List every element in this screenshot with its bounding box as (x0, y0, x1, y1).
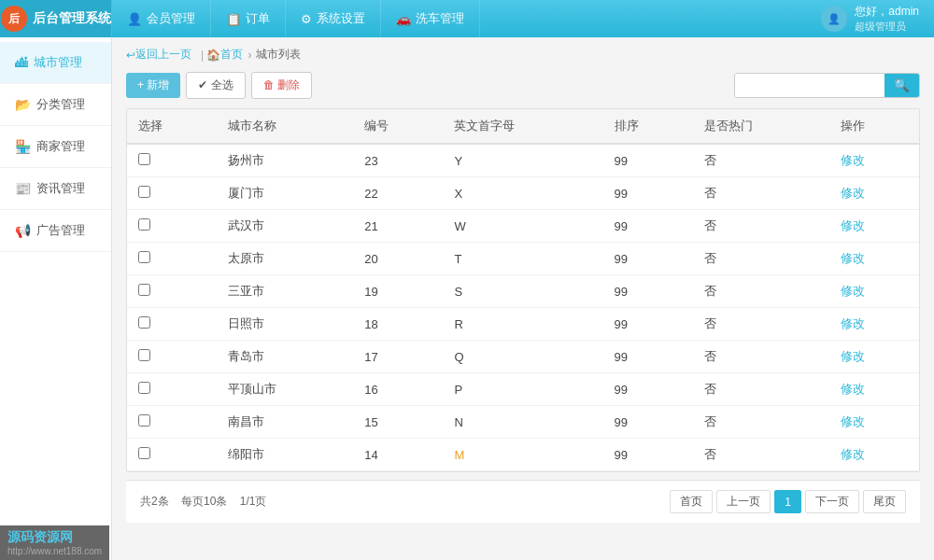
page-prev-button[interactable]: 上一页 (716, 490, 771, 513)
page-next-button[interactable]: 下一页 (805, 490, 859, 513)
search-button[interactable]: 🔍 (884, 74, 919, 97)
table-col-header: 选择 (127, 109, 217, 144)
row-code: 20 (353, 243, 443, 275)
merchant-sidebar-icon: 🏪 (15, 139, 31, 154)
row-checkbox-3[interactable] (138, 251, 150, 263)
row-order: 99 (603, 406, 693, 439)
row-code: 23 (353, 144, 443, 177)
row-checkbox-8[interactable] (138, 414, 150, 427)
row-checkbox-1[interactable] (138, 186, 150, 198)
modify-link-2[interactable]: 修改 (841, 218, 865, 232)
row-action: 修改 (829, 406, 919, 439)
order-label: 订单 (246, 10, 270, 27)
row-select-cell (127, 373, 217, 406)
row-action: 修改 (829, 373, 919, 406)
top-nav: 后 后台管理系统 👤会员管理📋订单⚙系统设置🚗洗车管理 👤 您好，admin 超… (0, 0, 934, 37)
page-info: 共2条 每页10条 1/1页 (140, 494, 276, 510)
row-order: 99 (603, 177, 693, 210)
content-area: ↩ 返回上一页 | 🏠 首页 › 城市列表 + 新增 ✔ 全选 🗑 删除 🔍 选… (112, 37, 934, 560)
category-sidebar-label: 分类管理 (36, 96, 85, 113)
row-select-cell (127, 439, 217, 471)
table-row: 南昌市15N99否修改 (127, 406, 919, 439)
table-col-header: 城市名称 (217, 109, 353, 144)
row-order: 99 (603, 373, 693, 406)
sidebar-item-merchant[interactable]: 🏪商家管理 (0, 126, 111, 168)
total-count: 共2条 (140, 495, 169, 508)
table-row: 三亚市19S99否修改 (127, 275, 919, 308)
sidebar-item-ads[interactable]: 📢广告管理 (0, 210, 111, 252)
row-action: 修改 (829, 275, 919, 308)
select-all-button[interactable]: ✔ 全选 (186, 72, 245, 99)
nav-item-carwash[interactable]: 🚗洗车管理 (381, 0, 480, 37)
modify-link-8[interactable]: 修改 (841, 414, 865, 428)
city-table: 选择城市名称编号英文首字母排序是否热门操作 扬州市23Y99否修改厦门市22X9… (126, 108, 920, 472)
modify-link-9[interactable]: 修改 (841, 447, 865, 461)
page-last-button[interactable]: 尾页 (863, 490, 906, 513)
add-button[interactable]: + 新增 (126, 73, 180, 98)
breadcrumb-sep2: › (248, 49, 251, 62)
row-city-name: 扬州市 (217, 144, 353, 177)
back-button[interactable]: ↩ 返回上一页 (126, 47, 191, 63)
carwash-icon: 🚗 (396, 12, 411, 26)
row-checkbox-5[interactable] (138, 316, 150, 329)
row-city-name: 平顶山市 (217, 373, 353, 406)
row-hot: 否 (693, 308, 829, 341)
modify-link-6[interactable]: 修改 (841, 349, 865, 363)
brand[interactable]: 后 后台管理系统 (0, 0, 112, 37)
row-city-name: 三亚市 (217, 275, 353, 308)
table-row: 太原市20T99否修改 (127, 243, 919, 275)
modify-link-1[interactable]: 修改 (841, 186, 865, 200)
sidebar-item-news[interactable]: 📰资讯管理 (0, 168, 111, 210)
toolbar: + 新增 ✔ 全选 🗑 删除 🔍 (126, 72, 920, 99)
sidebar-item-city[interactable]: 🏙城市管理 (0, 42, 111, 84)
row-hot: 否 (693, 406, 829, 439)
row-order: 99 (603, 144, 693, 177)
search-input[interactable] (735, 75, 884, 97)
modify-link-0[interactable]: 修改 (841, 153, 865, 167)
row-hot: 否 (693, 341, 829, 373)
modify-link-5[interactable]: 修改 (841, 316, 865, 330)
row-letter: Y (443, 144, 602, 177)
table-row: 青岛市17Q99否修改 (127, 341, 919, 373)
row-checkbox-7[interactable] (138, 382, 150, 394)
page-first-button[interactable]: 首页 (670, 490, 713, 513)
breadcrumb-sep1: | (201, 49, 204, 62)
nav-item-settings[interactable]: ⚙系统设置 (286, 0, 381, 37)
table-row: 平顶山市16P99否修改 (127, 373, 919, 406)
delete-button[interactable]: 🗑 删除 (251, 72, 312, 99)
row-action: 修改 (829, 144, 919, 177)
row-action: 修改 (829, 210, 919, 243)
page-current-button[interactable]: 1 (774, 490, 801, 513)
modify-link-3[interactable]: 修改 (841, 251, 865, 265)
settings-icon: ⚙ (301, 12, 312, 26)
row-checkbox-4[interactable] (138, 284, 150, 296)
table-row: 扬州市23Y99否修改 (127, 144, 919, 177)
row-hot: 否 (693, 243, 829, 275)
nav-item-member[interactable]: 👤会员管理 (112, 0, 211, 37)
table-row: 武汉市21W99否修改 (127, 210, 919, 243)
row-checkbox-2[interactable] (138, 218, 150, 231)
modify-link-4[interactable]: 修改 (841, 284, 865, 298)
row-order: 99 (603, 341, 693, 373)
row-hot: 否 (693, 144, 829, 177)
row-checkbox-9[interactable] (138, 447, 150, 459)
row-letter: X (443, 177, 602, 210)
row-checkbox-6[interactable] (138, 349, 150, 361)
row-hot: 否 (693, 373, 829, 406)
sidebar-item-category[interactable]: 📂分类管理 (0, 84, 111, 126)
row-letter: Q (443, 341, 602, 373)
modify-link-7[interactable]: 修改 (841, 382, 865, 396)
row-checkbox-0[interactable] (138, 153, 150, 165)
row-select-cell (127, 177, 217, 210)
search-box: 🔍 (734, 73, 920, 98)
brand-label: 后台管理系统 (33, 10, 111, 27)
row-order: 99 (603, 210, 693, 243)
row-hot: 否 (693, 439, 829, 471)
nav-item-order[interactable]: 📋订单 (211, 0, 286, 37)
breadcrumb-home[interactable]: 首页 (220, 47, 243, 63)
row-city-name: 绵阳市 (217, 439, 353, 471)
row-order: 99 (603, 243, 693, 275)
row-letter: W (443, 210, 602, 243)
row-city-name: 青岛市 (217, 341, 353, 373)
row-letter: S (443, 275, 602, 308)
